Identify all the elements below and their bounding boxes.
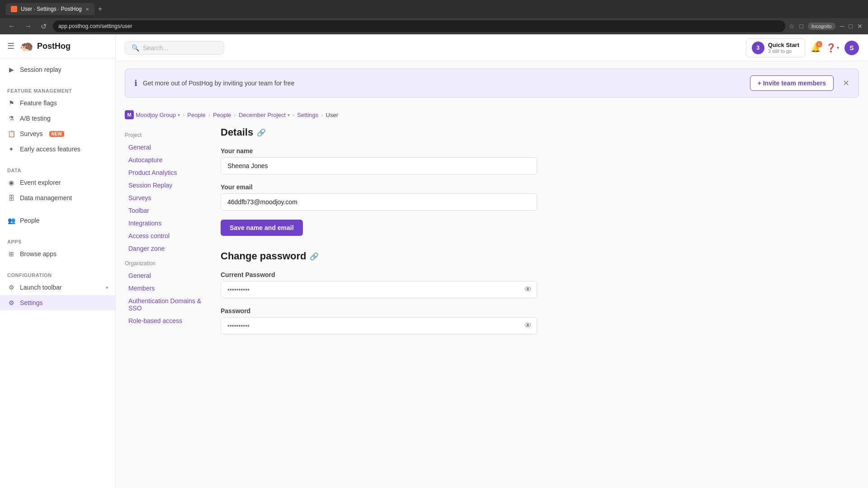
breadcrumb-people-1[interactable]: People	[187, 112, 205, 118]
settings-nav-danger-zone[interactable]: Danger zone	[125, 242, 206, 255]
sidebar-item-label: Data management	[20, 194, 72, 202]
email-field-group: Your email	[221, 183, 537, 211]
sidebar-item-settings[interactable]: ⚙ Settings	[0, 295, 115, 310]
configuration-label: CONFIGURATION	[0, 269, 115, 280]
sidebar-item-data-management[interactable]: 🗄 Data management	[0, 190, 115, 206]
breadcrumb-user: User	[326, 112, 338, 118]
notifications-badge: 0	[816, 41, 822, 47]
email-input[interactable]	[221, 193, 537, 211]
maximize-button[interactable]: □	[849, 23, 853, 30]
browser-nav: ← → ↺ ☆ □ Incognito ─ □ ✕	[0, 18, 868, 34]
current-password-input[interactable]	[221, 281, 537, 298]
settings-nav-access-control[interactable]: Access control	[125, 230, 206, 242]
settings-nav-integrations[interactable]: Integrations	[125, 217, 206, 230]
help-arrow-icon: ▾	[837, 45, 839, 50]
sidebar-item-early-access[interactable]: ✦ Early access features	[0, 141, 115, 157]
settings-nav-surveys[interactable]: Surveys	[125, 192, 206, 204]
forward-button[interactable]: →	[22, 21, 34, 31]
breadcrumb-sep-5: ›	[321, 112, 323, 118]
sidebar-item-launch-toolbar[interactable]: ⚙ Launch toolbar ▾	[0, 280, 115, 295]
sidebar-apps-section: APPS ⊞ Browse apps	[0, 232, 115, 265]
dropdown-arrow-icon: ▾	[106, 285, 108, 290]
new-password-input[interactable]	[221, 317, 537, 334]
new-password-eye-icon[interactable]: 👁	[524, 322, 532, 330]
sidebar-item-session-replay[interactable]: ▶ Session replay	[0, 62, 115, 77]
breadcrumb-project-arrow[interactable]: ▾	[288, 113, 290, 117]
org-badge: M	[125, 110, 134, 119]
minimize-button[interactable]: ─	[840, 23, 844, 30]
sidebar-item-label: People	[20, 217, 40, 224]
settings-nav-autocapture[interactable]: Autocapture	[125, 154, 206, 166]
sidebar-header: ☰ 🦔 PostHog	[0, 34, 115, 58]
change-password-link-icon[interactable]: 🔗	[310, 252, 319, 261]
breadcrumb-org-arrow[interactable]: ▾	[178, 113, 180, 117]
breadcrumb-settings[interactable]: Settings	[297, 112, 318, 118]
change-password-section-title: Change password 🔗	[221, 250, 537, 262]
sidebar-item-browse-apps[interactable]: ⊞ Browse apps	[0, 246, 115, 262]
settings-nav-general[interactable]: General	[125, 141, 206, 154]
notifications-button[interactable]: 🔔 0	[811, 43, 821, 53]
sidebar-item-people[interactable]: 👥 People	[0, 213, 115, 228]
settings-nav-org-general[interactable]: General	[125, 269, 206, 282]
settings-nav-members[interactable]: Members	[125, 282, 206, 295]
settings-layout: Project General Autocapture Product Anal…	[116, 119, 868, 351]
avatar[interactable]: S	[844, 41, 859, 55]
details-section-title: Details 🔗	[221, 127, 537, 138]
launch-toolbar-icon: ⚙	[7, 283, 15, 291]
help-button[interactable]: ❓ ▾	[826, 43, 839, 53]
banner-text: Get more out of PostHog by inviting your…	[143, 80, 745, 87]
breadcrumb-people-2[interactable]: People	[213, 112, 231, 118]
search-bar[interactable]: 🔍 Search...	[125, 41, 224, 55]
sidebar-data-section: DATA ◉ Event explorer 🗄 Data management	[0, 160, 115, 209]
window-close-button[interactable]: ✕	[857, 23, 863, 30]
reload-button[interactable]: ↺	[38, 21, 49, 32]
sidebar-people-section: 👥 People	[0, 209, 115, 232]
quick-start-button[interactable]: 3 Quick Start 3 still to go	[746, 38, 805, 57]
name-input[interactable]	[221, 157, 537, 174]
topbar: 🔍 Search... 3 Quick Start 3 still to go …	[116, 34, 868, 61]
sidebar-item-feature-flags[interactable]: ⚑ Feature flags	[0, 95, 115, 111]
address-bar[interactable]	[53, 20, 785, 32]
sidebar-toggle-button[interactable]: ☰	[7, 41, 14, 51]
name-field-group: Your name	[221, 147, 537, 174]
new-password-label: Password	[221, 307, 537, 314]
invite-team-members-button[interactable]: + Invite team members	[750, 75, 834, 91]
bookmark-icon[interactable]: ☆	[789, 23, 795, 30]
settings-nav-auth-domains[interactable]: Authentication Domains & SSO	[125, 295, 206, 314]
info-icon: ℹ	[134, 78, 137, 88]
sidebar-item-label: A/B testing	[20, 115, 51, 122]
current-password-label: Current Password	[221, 271, 537, 278]
browser-tab[interactable]: User · Settings · PostHog ✕	[5, 3, 94, 15]
breadcrumb-org-link[interactable]: Moodjoy Group	[136, 112, 176, 118]
settings-nav-session-replay[interactable]: Session Replay	[125, 179, 206, 192]
sidebar-item-surveys[interactable]: 📋 Surveys NEW	[0, 126, 115, 141]
breadcrumb-project-link[interactable]: December Project	[239, 112, 286, 118]
settings-nav-role-based[interactable]: Role-based access	[125, 314, 206, 327]
new-tab-button[interactable]: +	[98, 5, 102, 13]
banner-close-button[interactable]: ✕	[843, 78, 849, 88]
quick-start-title: Quick Start	[768, 42, 799, 48]
details-link-icon[interactable]: 🔗	[257, 128, 266, 137]
breadcrumb-org: M Moodjoy Group ▾	[125, 110, 180, 119]
settings-nav-product-analytics[interactable]: Product Analytics	[125, 166, 206, 179]
feature-management-label: FEATURE MANAGEMENT	[0, 84, 115, 95]
current-password-wrapper: 👁	[221, 281, 537, 298]
current-password-eye-icon[interactable]: 👁	[524, 286, 532, 294]
ab-testing-icon: ⚗	[7, 114, 15, 122]
tab-close-button[interactable]: ✕	[85, 7, 89, 12]
settings-nav-toolbar[interactable]: Toolbar	[125, 204, 206, 217]
tab-title: User · Settings · PostHog	[21, 6, 82, 12]
main-content: 🔍 Search... 3 Quick Start 3 still to go …	[116, 34, 868, 488]
extensions-icon[interactable]: □	[799, 23, 803, 30]
breadcrumb-project: December Project ▾	[239, 112, 290, 118]
sidebar-item-event-explorer[interactable]: ◉ Event explorer	[0, 175, 115, 190]
sidebar-item-ab-testing[interactable]: ⚗ A/B testing	[0, 111, 115, 126]
change-password-title-text: Change password	[221, 250, 306, 262]
early-access-icon: ✦	[7, 145, 15, 153]
breadcrumb-sep-3: ›	[234, 112, 236, 118]
back-button[interactable]: ←	[5, 21, 18, 31]
org-nav-label: Organization	[125, 260, 206, 267]
app-container: ☰ 🦔 PostHog ▶ Session replay FEATURE MAN…	[0, 34, 868, 488]
save-name-email-button[interactable]: Save name and email	[221, 220, 303, 236]
settings-main: Details 🔗 Your name Your email Save name…	[221, 127, 537, 343]
